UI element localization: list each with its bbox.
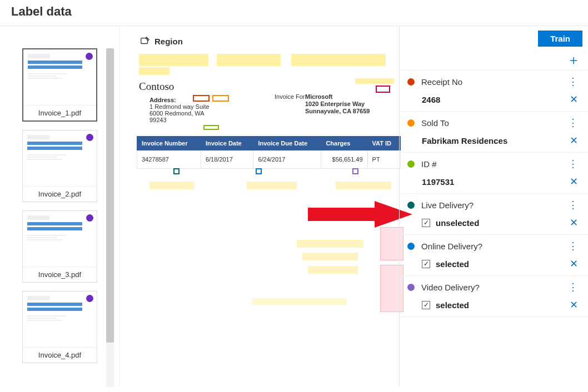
fields-panel: Train ＋ Receipt No ⋮ 2468 ✕ Sold To ⋮ Fa…: [399, 26, 588, 387]
highlight: [302, 253, 358, 260]
train-bar: Train: [400, 26, 588, 50]
field-menu-icon[interactable]: ⋮: [566, 158, 580, 170]
thumbnail-scrollbar[interactable]: [106, 48, 114, 387]
field-menu-icon[interactable]: ⋮: [566, 282, 580, 293]
clear-value-icon[interactable]: ✕: [567, 217, 580, 229]
clear-value-icon[interactable]: ✕: [567, 175, 580, 188]
region-icon[interactable]: [140, 36, 150, 46]
highlight: [336, 182, 391, 189]
company-name: Contoso: [139, 81, 174, 93]
page-title: Label data: [11, 4, 577, 19]
table-row: 34278587 6/18/2017 6/24/2017 $56,651.49 …: [137, 150, 401, 169]
clear-value-icon[interactable]: ✕: [567, 299, 580, 311]
labeled-indicator-icon: [86, 53, 93, 60]
invoice-for-line: 1020 Enterprise Way: [305, 100, 365, 107]
field-header[interactable]: Video Delivery? ⋮: [400, 276, 588, 296]
viewer-toolbar: Region: [130, 34, 389, 54]
field-name: Online Delivery?: [421, 242, 566, 251]
field-name: Sold To: [421, 118, 566, 128]
highlight: [217, 54, 281, 66]
table-cell: PT: [367, 150, 400, 169]
field-value-row: ✓ unselected ✕: [400, 214, 588, 234]
highlight: [308, 266, 358, 274]
field-color-dot: [407, 284, 415, 291]
arrow-annotation: [308, 201, 413, 228]
highlight: [139, 54, 208, 66]
labeled-indicator-icon: [86, 214, 93, 222]
field-color-dot: [407, 119, 415, 127]
field-header[interactable]: ID # ⋮: [400, 153, 588, 173]
field-header[interactable]: Live Delivery? ⋮: [400, 194, 588, 214]
field-value-row: ✓ selected ✕: [400, 296, 588, 316]
field-item: Receipt No ⋮ 2468 ✕: [400, 71, 588, 112]
train-button[interactable]: Train: [538, 31, 582, 47]
thumbnail-label: Invoice_3.pdf: [23, 267, 97, 282]
scrollbar-thumb[interactable]: [106, 48, 114, 343]
highlight: [355, 78, 394, 84]
thumbnail-card[interactable]: Invoice_1.pdf: [22, 48, 97, 122]
field-name: Video Delivery?: [421, 283, 566, 292]
field-menu-icon[interactable]: ⋮: [566, 240, 580, 252]
add-field-icon[interactable]: ＋: [567, 53, 580, 67]
field-value: 2468: [422, 95, 567, 104]
field-name: Live Delivery?: [421, 200, 566, 210]
field-color-dot: [407, 202, 415, 209]
region-label[interactable]: Region: [155, 37, 183, 46]
invoice-for-label: Invoice For:: [275, 93, 306, 100]
field-value: selected: [436, 300, 567, 310]
thumbnail-preview: [23, 211, 97, 267]
thumbnail-label: Invoice_4.pdf: [23, 347, 97, 363]
field-item: ID # ⋮ 1197531 ✕: [400, 153, 588, 194]
field-header[interactable]: Receipt No ⋮: [400, 71, 588, 91]
thumbnail-card[interactable]: Invoice_2.pdf: [22, 130, 97, 202]
document-canvas[interactable]: Contoso Address: 1 Redmond way Suite 600…: [130, 54, 389, 365]
tag-box[interactable]: [212, 95, 229, 102]
table-cell: 6/18/2017: [201, 150, 253, 169]
highlight: [252, 298, 347, 305]
invoice-for-line: Microsoft: [305, 93, 333, 100]
field-menu-icon[interactable]: ⋮: [566, 117, 580, 129]
field-item: Video Delivery? ⋮ ✓ selected ✕: [400, 276, 588, 317]
selection-mark[interactable]: [173, 168, 180, 174]
table-header: Invoice Due Date: [253, 137, 321, 150]
field-item: Online Delivery? ⋮ ✓ selected ✕: [400, 235, 588, 276]
thumbnail-panel: Invoice_1.pdf Invoice_2.pdf Invoice_3.pd…: [0, 26, 119, 387]
field-value-row: 2468 ✕: [400, 91, 588, 111]
main-layout: Invoice_1.pdf Invoice_2.pdf Invoice_3.pd…: [0, 26, 588, 387]
field-menu-icon[interactable]: ⋮: [566, 199, 580, 211]
selection-mark[interactable]: [352, 168, 358, 174]
address-line: 99243: [150, 117, 167, 123]
document-viewer: Region Contoso Address: 1 Redmond way Su…: [119, 26, 399, 387]
invoice-table: Invoice Number Invoice Date Invoice Due …: [137, 136, 401, 169]
tag-box[interactable]: [376, 86, 390, 93]
clear-value-icon[interactable]: ✕: [567, 258, 580, 270]
field-item: Live Delivery? ⋮ ✓ unselected ✕: [400, 194, 588, 235]
field-name: Receipt No: [421, 77, 566, 87]
tag-box[interactable]: [193, 95, 210, 102]
field-header[interactable]: Sold To ⋮: [400, 112, 588, 132]
table-header: Invoice Date: [201, 137, 253, 150]
clear-value-icon[interactable]: ✕: [567, 134, 580, 147]
checkbox-icon: ✓: [422, 219, 430, 227]
address-label: Address:: [150, 97, 176, 103]
field-header[interactable]: Online Delivery? ⋮: [400, 235, 588, 255]
address-line: 6000 Redmond, WA: [150, 110, 205, 117]
field-color-dot: [407, 78, 415, 86]
thumbnail-card[interactable]: Invoice_3.pdf: [22, 210, 97, 283]
table-cell: 6/24/2017: [253, 150, 321, 169]
field-item: Sold To ⋮ Fabrikam Residences ✕: [400, 112, 588, 153]
thumbnail-card[interactable]: Invoice_4.pdf: [22, 291, 97, 363]
highlight: [247, 182, 297, 189]
selection-mark[interactable]: [256, 168, 262, 174]
field-color-dot: [407, 160, 415, 168]
tag-box[interactable]: [203, 125, 219, 130]
invoice-table-wrap: Invoice Number Invoice Date Invoice Due …: [137, 136, 401, 169]
add-field-bar: ＋: [400, 50, 588, 71]
field-menu-icon[interactable]: ⋮: [566, 76, 580, 88]
thumbnail-list: Invoice_1.pdf Invoice_2.pdf Invoice_3.pd…: [22, 48, 102, 387]
field-value-row: 1197531 ✕: [400, 173, 588, 193]
table-cell: $56,651.49: [321, 150, 367, 169]
labeled-indicator-icon: [86, 295, 93, 302]
clear-value-icon[interactable]: ✕: [567, 93, 580, 105]
field-value-row: ✓ selected ✕: [400, 255, 588, 275]
